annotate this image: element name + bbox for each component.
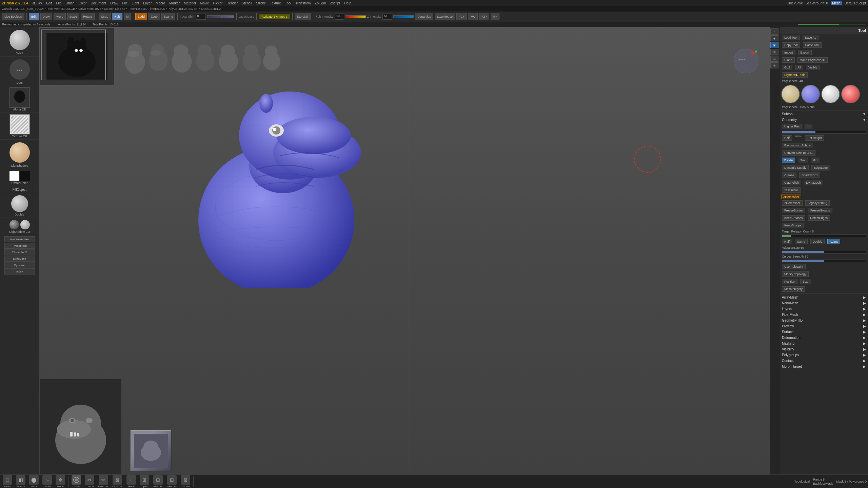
legacy-2018-btn[interactable]: Legacy (2018) (805, 200, 830, 206)
polygroups-header[interactable]: Polygroups▶ (780, 352, 868, 358)
menu-marker[interactable]: Marker (169, 1, 180, 5)
menu-brush[interactable]: Color (79, 1, 87, 5)
select-lasso-btn[interactable]: ◧ Selecta (15, 474, 27, 488)
zremesher-btn[interactable]: ZRemesher (782, 200, 803, 206)
use-polypaint-btn[interactable]: Use Polypaint (782, 264, 806, 269)
mesh-btn[interactable]: Mesh (831, 1, 842, 5)
rgb-btn[interactable]: Rgb (112, 13, 122, 20)
menu-3dcw[interactable]: 3DCW (32, 1, 42, 5)
strip-btn-4[interactable]: ⊞ (770, 49, 778, 55)
mesh-integrity-btn[interactable]: MeshIntegrity (782, 286, 805, 292)
skin-shade[interactable]: SkinShadeA (0, 140, 39, 169)
clone-btn[interactable]: Clone (782, 57, 795, 63)
menu-draw[interactable]: File (122, 1, 127, 5)
morph-target-header[interactable]: Morph Target▶ (780, 364, 868, 369)
modify-topology-btn[interactable]: Modify Topology (782, 271, 809, 277)
chisel-btn[interactable]: Chisel (70, 474, 82, 488)
menu-render[interactable]: Render (226, 1, 238, 5)
menu-file[interactable]: File (56, 1, 61, 5)
curves-strength-slider[interactable] (782, 260, 866, 262)
move-tool-btn[interactable]: ↔ Move (125, 474, 137, 488)
2remes-btn[interactable]: ⊞ 2Remes (165, 474, 178, 488)
fillobject[interactable]: FillObject (0, 186, 39, 193)
dynamic-subdiv-btn[interactable]: Dynamic Subdiv (782, 165, 809, 170)
tpose-subt-btn[interactable]: TPose|SubT (4, 249, 35, 255)
export-btn[interactable]: Export (798, 50, 812, 55)
strip-btn-2[interactable]: ◈ (770, 35, 778, 41)
tpose-mesh-btn[interactable]: TPoseMesh (4, 243, 35, 249)
copy-tool-btn[interactable]: Copy Tool (782, 42, 800, 48)
adaptive-size-slider[interactable] (782, 251, 866, 253)
gfx-btn[interactable]: Gfx (811, 158, 820, 163)
zsub-btn[interactable]: Zsub (149, 13, 160, 20)
strip-btn-3[interactable]: ▣ (770, 42, 778, 48)
black-swatch[interactable] (20, 171, 30, 181)
menu-picker[interactable]: Picker (213, 1, 223, 5)
menu-movie[interactable]: Movie (200, 1, 209, 5)
double-poly-btn[interactable]: Double (810, 239, 825, 244)
menu-document[interactable]: Draw (110, 1, 118, 5)
mask-btn[interactable]: ⬤ Mask (28, 474, 40, 488)
shadowbox-btn[interactable]: ShadowBox (799, 172, 820, 178)
menu-color[interactable]: Document (91, 1, 106, 5)
select-rect-btn[interactable]: □ Select (1, 474, 14, 488)
target-poly-slider[interactable] (782, 235, 866, 237)
apply-btn[interactable]: Apply (4, 268, 35, 274)
dynamics-btn[interactable]: Dynamics (415, 13, 433, 20)
store-mt-btn[interactable]: StoreMT (295, 13, 311, 20)
ant-height-btn[interactable]: Ant Height (805, 135, 824, 141)
symmetry-btn[interactable]: Activate Symmetry (259, 14, 290, 19)
load-tool-btn[interactable]: Load Tool (782, 35, 800, 40)
menu-material[interactable]: Material (184, 1, 196, 5)
adapt-btn[interactable]: Adapt (827, 239, 840, 244)
lightbox-tools-btn[interactable]: Lightbox▶Tools (782, 72, 808, 78)
menu-stroke[interactable]: Stroke (256, 1, 266, 5)
crease-btn[interactable]: Crease (782, 172, 796, 178)
defaultzscript-btn[interactable]: DefaultZScript (845, 1, 866, 5)
nav-gizmo[interactable]: Front (732, 47, 760, 75)
visible-btn[interactable]: Visible (806, 65, 820, 70)
live-boolean-btn[interactable]: Live Boolean (2, 13, 24, 20)
dynamic-btn[interactable]: Dynamic (4, 262, 35, 268)
pencurs-btn[interactable]: ✏ PenCurs (97, 474, 110, 488)
navigation-sphere[interactable]: Front (732, 47, 760, 75)
edit-btn[interactable]: Edit (29, 13, 39, 20)
import-btn[interactable]: Import (782, 50, 795, 55)
trimdy-btn[interactable]: ✂ TrimDy (83, 474, 96, 488)
paste-tool-btn[interactable]: Paste Tool (803, 42, 822, 48)
masking-header[interactable]: Masking▶ (780, 341, 868, 346)
menu-transform[interactable]: Transform (295, 1, 311, 5)
menu-light[interactable]: Light (132, 1, 139, 5)
menu-layer[interactable]: Layer (143, 1, 152, 5)
move-gizmo-btn[interactable]: ✥ Move (54, 474, 66, 488)
mrgb-btn[interactable]: Mrgb (99, 13, 111, 20)
polysphere-thumb-blue[interactable] (801, 85, 820, 103)
preview-header[interactable]: Preview▶ (780, 323, 868, 329)
keep-creases-btn[interactable]: KeepCreases (782, 215, 805, 221)
menu-zscript[interactable]: Zscript (330, 1, 340, 5)
zadd-btn[interactable]: Zadd (135, 13, 147, 20)
polysphere-thumb-alpha[interactable] (821, 85, 840, 103)
polysphere-thumb-eraser[interactable] (841, 85, 860, 103)
tessimate-btn[interactable]: Tessimate (782, 187, 801, 193)
move-tool[interactable]: Move (0, 27, 39, 57)
menu-stencil[interactable]: Stencil (242, 1, 252, 5)
keep-groups-btn[interactable]: KeepGroups (782, 223, 804, 228)
canvas-area[interactable]: Front ≡ ◈ ▣ ⊞ ⊟ ⊠ (39, 27, 780, 474)
geometry-hd-header[interactable]: Geometry HD▶ (780, 318, 868, 323)
edgeloop-btn[interactable]: EdgeLoop (811, 165, 830, 170)
obj-shadow[interactable]: ObjShadow 0.3 (0, 218, 39, 235)
freeze-groups-btn[interactable]: FreezeGroups (808, 208, 832, 213)
deformation-header[interactable]: Deformation▶ (780, 335, 868, 341)
menu-tool[interactable]: Tool (285, 1, 291, 5)
position-btn[interactable]: Position (782, 279, 797, 284)
geometry-header[interactable]: Geometry ▼ (780, 117, 868, 123)
see-through-btn[interactable]: See-through: 0 (806, 1, 828, 5)
2model-btn[interactable]: ⊠ 2Model (179, 474, 192, 488)
strip-btn-1[interactable]: ≡ (770, 28, 778, 35)
polysphere-thumb-1[interactable] (781, 85, 800, 103)
layers-header[interactable]: Layers▶ (780, 306, 868, 312)
make-polymesh-btn[interactable]: Make PolyMesh3D (797, 57, 828, 63)
menu-edit[interactable]: Edit (46, 1, 52, 5)
flat-shade-btn[interactable]: Flat Shade Skn (4, 236, 35, 242)
